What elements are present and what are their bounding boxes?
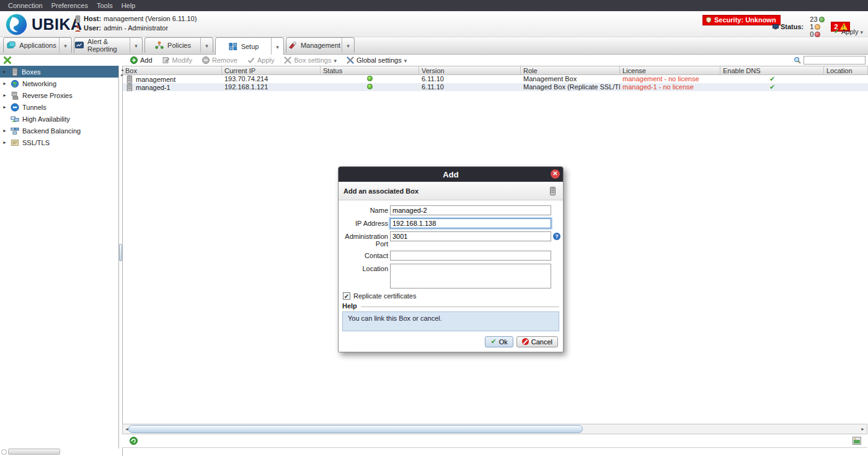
table-row-management[interactable]: management193.70.74.2146.11.10Management… — [123, 75, 868, 83]
button-label: Remove — [212, 56, 237, 64]
scrollbar-thumb[interactable] — [128, 425, 583, 433]
field-label: Contact — [339, 251, 390, 259]
tab-label: Setup — [241, 43, 259, 50]
column-header-role[interactable]: Role — [521, 66, 620, 74]
ip-address-input[interactable] — [390, 218, 551, 228]
cell-enable-dns — [720, 75, 824, 83]
column-header-version[interactable]: Version — [419, 66, 521, 74]
menu-item-preferences[interactable]: Preferences — [47, 1, 92, 11]
collapse-panel-icon[interactable] — [4, 56, 11, 64]
status-counts: 2310 — [807, 16, 824, 38]
ok-check-icon — [490, 338, 496, 346]
cell-status — [321, 83, 419, 91]
contact-input[interactable] — [390, 251, 551, 261]
scroll-right-icon[interactable] — [861, 427, 865, 431]
collapse-right-icon[interactable] — [120, 73, 124, 77]
sidebar-item-label: Tunnels — [22, 104, 46, 111]
tab-label: Alert & Reporting — [87, 38, 130, 53]
dialog-section-header: Add an associated Box — [339, 182, 563, 200]
refresh-icon[interactable] — [130, 437, 138, 445]
administration-port-input[interactable] — [390, 231, 551, 241]
global-settings-button[interactable]: Global settings — [347, 56, 407, 64]
apply-dropdown[interactable]: Apply — [834, 27, 863, 35]
tab-dropdown-arrow[interactable] — [59, 38, 71, 53]
sidebar-item-networking[interactable]: Networking — [0, 78, 118, 89]
sidebar-item-tunnels[interactable]: Tunnels — [0, 101, 118, 113]
security-status-badge[interactable]: Security: Unknown — [702, 15, 781, 25]
status-ok-icon — [367, 76, 373, 81]
tab-management[interactable]: Management — [286, 37, 355, 53]
cell-location — [824, 83, 868, 91]
apply-check-icon — [834, 27, 839, 35]
status-dot-icon — [815, 32, 820, 37]
menubar: ConnectionPreferencesToolsHelp — [0, 0, 868, 11]
expand-arrow-icon[interactable] — [2, 128, 7, 133]
setup-tab-icon — [228, 42, 238, 51]
tab-dropdown-arrow[interactable] — [200, 38, 213, 53]
column-header-enable-dns[interactable]: Enable DNS — [720, 66, 824, 74]
tab-dropdown-arrow[interactable] — [271, 38, 283, 55]
export-icon[interactable] — [852, 437, 861, 445]
sidebar-item-ssl-tls[interactable]: SSL/TLS — [0, 136, 118, 148]
chevron-down-icon — [205, 42, 208, 49]
dialog-titlebar[interactable]: Add — [339, 167, 563, 182]
horizontal-scrollbar — [122, 424, 867, 434]
sidebar-scroll-button[interactable] — [1, 449, 7, 455]
tab-dropdown-arrow[interactable] — [130, 38, 142, 53]
sidebar-item-boxes[interactable]: Boxes — [0, 66, 118, 78]
tab-policies[interactable]: Policies — [144, 37, 213, 53]
menu-item-help[interactable]: Help — [117, 1, 140, 11]
tab-setup[interactable]: Setup — [215, 37, 284, 55]
replicate-certificates-checkbox[interactable] — [343, 292, 350, 300]
cell-version: 6.11.10 — [419, 75, 521, 83]
location-input[interactable] — [390, 264, 551, 288]
field-label: Name — [339, 205, 390, 214]
column-header-license[interactable]: License — [620, 66, 720, 74]
field-help-icon[interactable] — [553, 233, 560, 240]
expand-arrow-icon[interactable] — [2, 81, 7, 86]
column-header-current-ip[interactable]: Current IP — [222, 66, 321, 74]
box-settings-button: Box settings — [284, 56, 336, 64]
tab-applications[interactable]: Applications — [3, 37, 72, 53]
chevron-down-icon — [135, 42, 138, 49]
expand-arrow-icon[interactable] — [2, 69, 7, 74]
modify-icon — [162, 56, 170, 64]
expand-arrow-icon[interactable] — [2, 93, 7, 97]
sidebar-item-label: Backend Balancing — [22, 127, 81, 135]
cell-status — [321, 75, 419, 83]
field-row-contact: Contact — [339, 251, 563, 261]
table-row-managed-1[interactable]: managed-1192.168.1.1216.11.10Managed Box… — [123, 83, 868, 91]
ok-button[interactable]: Ok — [485, 336, 513, 347]
column-header-location[interactable]: Location — [824, 66, 868, 74]
column-header-status[interactable]: Status — [321, 66, 419, 74]
sidebar-item-high-availability[interactable]: High Availability — [0, 113, 118, 125]
expand-arrow-icon[interactable] — [2, 105, 7, 109]
expand-arrow-icon[interactable] — [2, 140, 7, 145]
sidebar-item-reverse-proxies[interactable]: Reverse Proxies — [0, 89, 118, 101]
menu-item-connection[interactable]: Connection — [4, 1, 47, 11]
dns-enabled-check-icon — [769, 75, 775, 83]
tab-alert-reporting[interactable]: Alert & Reporting — [74, 37, 143, 53]
cell-box: managed-1 — [123, 83, 222, 91]
cancel-button[interactable]: Cancel — [516, 336, 558, 347]
status-dot-icon — [819, 17, 825, 22]
cell-enable-dns — [720, 83, 824, 91]
dialog-close-button[interactable] — [551, 169, 560, 179]
apply-button: Apply — [247, 56, 275, 64]
menu-item-tools[interactable]: Tools — [92, 1, 117, 11]
help-legend: Help — [342, 302, 357, 310]
balance-icon — [11, 127, 19, 135]
tabs: ApplicationsAlert & ReportingPoliciesSet… — [3, 37, 355, 55]
tab-label: Applications — [19, 42, 56, 49]
column-header-box[interactable]: Box — [123, 66, 222, 74]
name-input[interactable] — [390, 205, 551, 215]
collapse-left-icon[interactable] — [120, 68, 124, 72]
sidebar-hscrollbar — [0, 449, 119, 456]
search-input[interactable] — [804, 56, 866, 65]
add-button[interactable]: Add — [130, 56, 153, 64]
sidebar-scroll-thumb[interactable] — [8, 449, 60, 455]
user-icon — [74, 25, 81, 32]
app-header: UBIKA Host: management (Version 6.11.10)… — [0, 11, 868, 37]
tab-dropdown-arrow[interactable] — [342, 38, 354, 53]
sidebar-item-backend-balancing[interactable]: Backend Balancing — [0, 125, 118, 136]
